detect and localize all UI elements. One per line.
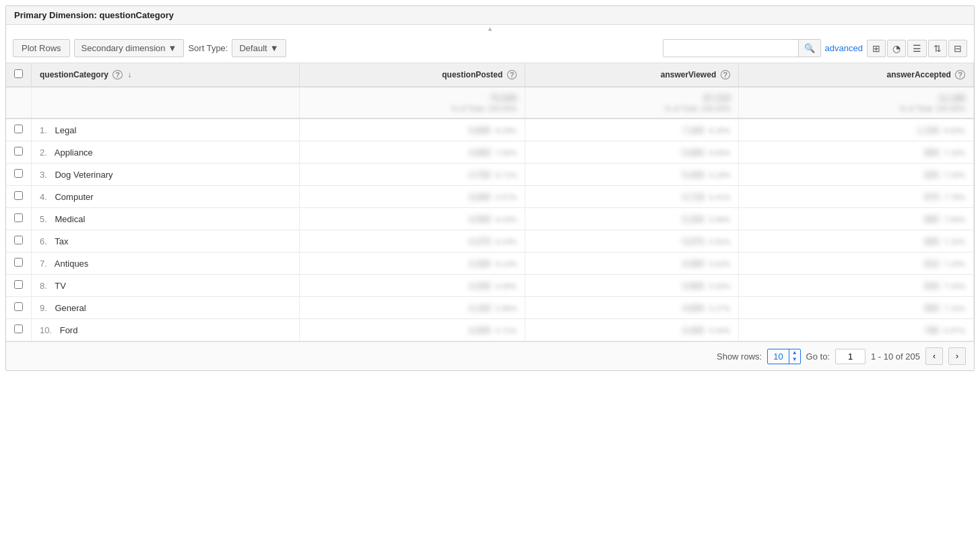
plot-rows-button[interactable]: Plot Rows <box>13 39 70 57</box>
row-aa-pct: 7.24% <box>944 260 965 268</box>
summary-checkbox-cell <box>6 87 32 118</box>
row-checkbox-cell <box>6 319 32 341</box>
row-category: 4. Computer <box>32 186 300 208</box>
row-qp-pct: 6.24% <box>496 238 517 246</box>
row-av-pct: 6.65% <box>709 149 730 157</box>
summary-answerViewed-sub: % of Total: 100.00% <box>533 104 730 112</box>
row-av-pct: 6.19% <box>709 171 730 179</box>
pie-view-icon[interactable]: ◔ <box>887 40 906 57</box>
row-answerAccepted: 800 7.15% <box>739 297 974 319</box>
answerAccepted-help-icon[interactable]: ? <box>955 70 965 79</box>
row-number: 6. <box>40 236 47 246</box>
primary-dimension-bar: Primary Dimension: questionCategory <box>6 6 974 25</box>
row-checkbox[interactable] <box>14 213 23 222</box>
row-av-pct: 5.04% <box>709 327 730 335</box>
show-rows-label: Show rows: <box>717 351 762 362</box>
summary-answerAccepted-cell: 11,188 % of Total: 100.00% <box>739 87 974 118</box>
row-answerViewed: 5,400 6.19% <box>525 164 739 186</box>
questionCategory-help-icon[interactable]: ? <box>112 70 123 79</box>
list-view-icon[interactable]: ☰ <box>907 40 927 57</box>
prev-page-icon: ‹ <box>933 351 936 361</box>
summary-questionPosted-cell: 70,000 % of Total: 100.00% <box>299 87 525 118</box>
questionCategory-sort-arrow[interactable]: ↓ <box>127 70 131 79</box>
row-category-label: Dog Veterinary <box>55 170 112 180</box>
row-answerViewed: 4,800 5.50% <box>525 275 739 297</box>
row-questionPosted: 4,100 5.86% <box>299 297 525 319</box>
row-aa-value: 800 <box>924 147 939 158</box>
table-row: 6. Tax 4,370 6.24% 5,070 5.81% 800 7.15% <box>6 230 974 252</box>
row-qp-pct: 6.71% <box>496 171 517 179</box>
table-row: 10. Ford 4,000 5.71% 4,400 5.04% 780 6.9… <box>6 319 974 341</box>
row-checkbox[interactable] <box>14 302 23 311</box>
secondary-dimension-chevron: ▼ <box>168 43 177 53</box>
row-checkbox-cell <box>6 118 32 141</box>
compare-view-icon[interactable]: ⇅ <box>928 40 947 57</box>
row-aa-value: 820 <box>924 170 939 180</box>
row-category: 9. General <box>32 297 300 319</box>
search-icon[interactable]: 🔍 <box>798 40 820 57</box>
row-av-pct: 5.62% <box>709 260 730 268</box>
row-category-label: Appliance <box>55 147 93 158</box>
summary-answerViewed-value: 87,218 <box>704 93 731 103</box>
next-page-button[interactable]: › <box>948 347 966 365</box>
rows-up-arrow[interactable]: ▲ <box>789 349 800 356</box>
row-qp-value: 4,370 <box>469 236 491 246</box>
row-checkbox[interactable] <box>14 325 23 333</box>
row-number: 5. <box>40 214 47 224</box>
advanced-link[interactable]: advanced <box>825 43 863 53</box>
row-av-value: 4,718 <box>682 192 705 202</box>
select-all-checkbox[interactable] <box>14 69 23 78</box>
row-checkbox[interactable] <box>14 258 23 267</box>
row-aa-pct: 7.33% <box>944 282 965 290</box>
pivot-view-icon[interactable]: ⊟ <box>948 40 967 57</box>
row-category: 2. Appliance <box>32 141 300 164</box>
row-aa-pct: 7.15% <box>944 304 965 312</box>
goto-input[interactable] <box>835 349 865 364</box>
row-answerAccepted: 800 7.15% <box>739 141 974 164</box>
sort-type-value: Default <box>239 43 267 53</box>
sort-type-dropdown[interactable]: Default ▼ <box>232 39 286 57</box>
row-category: 10. Ford <box>32 319 300 341</box>
show-rows-select[interactable]: 10 ▲ ▼ <box>767 349 800 364</box>
row-qp-pct: 8.29% <box>496 127 517 135</box>
row-qp-value: 4,000 <box>469 325 491 335</box>
row-checkbox-cell <box>6 230 32 252</box>
row-qp-pct: 5.71% <box>496 327 517 335</box>
row-checkbox-cell <box>6 141 32 164</box>
row-category: 8. TV <box>32 275 300 297</box>
row-checkbox[interactable] <box>14 191 23 200</box>
search-input[interactable] <box>663 40 798 57</box>
row-checkbox[interactable] <box>14 280 23 289</box>
search-box: 🔍 <box>663 39 821 57</box>
row-questionPosted: 4,370 6.24% <box>299 230 525 252</box>
row-answerAccepted: 810 7.24% <box>739 252 974 275</box>
summary-answerViewed-cell: 87,218 % of Total: 100.00% <box>525 87 739 118</box>
row-checkbox[interactable] <box>14 125 23 133</box>
row-answerViewed: 4,600 5.27% <box>525 297 739 319</box>
row-answerAccepted: 860 7.69% <box>739 208 974 230</box>
row-checkbox-cell <box>6 208 32 230</box>
row-checkbox[interactable] <box>14 236 23 244</box>
row-checkbox[interactable] <box>14 169 23 178</box>
view-icons: ⊞ ◔ ☰ ⇅ ⊟ <box>867 40 967 57</box>
row-answerAccepted: 1,100 9.83% <box>739 118 974 141</box>
row-qp-pct: 6.00% <box>496 282 517 290</box>
grid-view-icon[interactable]: ⊞ <box>867 40 886 57</box>
row-checkbox[interactable] <box>14 147 23 156</box>
row-number: 9. <box>40 303 47 313</box>
row-category: 5. Medical <box>32 208 300 230</box>
questionPosted-help-icon[interactable]: ? <box>507 70 517 79</box>
row-qp-pct: 6.57% <box>496 193 517 201</box>
summary-row: 70,000 % of Total: 100.00% 87,218 % of T… <box>6 87 974 118</box>
secondary-dimension-dropdown[interactable]: Secondary dimension ▼ <box>74 39 185 57</box>
show-rows-arrows[interactable]: ▲ ▼ <box>789 349 800 363</box>
answerViewed-help-icon[interactable]: ? <box>721 70 731 79</box>
row-answerViewed: 5,200 5.96% <box>525 208 739 230</box>
row-category-label: Antiques <box>55 259 89 269</box>
col-header-answerAccepted: answerAccepted ? <box>739 63 974 87</box>
rows-down-arrow[interactable]: ▼ <box>789 356 800 363</box>
row-answerViewed: 7,200 8.26% <box>525 118 739 141</box>
table-row: 9. General 4,100 5.86% 4,600 5.27% 800 7… <box>6 297 974 319</box>
prev-page-button[interactable]: ‹ <box>925 347 943 365</box>
row-questionPosted: 5,800 8.29% <box>299 118 525 141</box>
